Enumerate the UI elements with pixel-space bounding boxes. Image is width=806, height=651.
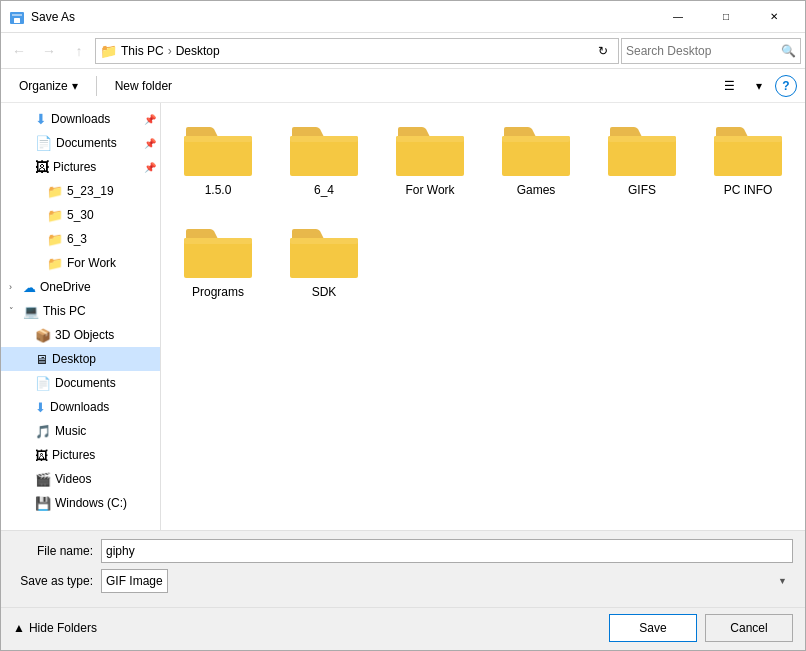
sidebar-item-5-23-19[interactable]: 📁 5_23_19	[1, 179, 160, 203]
folder-icon	[288, 221, 360, 281]
file-item-sdk[interactable]: SDK	[279, 217, 369, 303]
view-dropdown-button[interactable]: ▾	[745, 73, 773, 99]
main-content: ⬇ Downloads 📌 📄 Documents 📌 🖼 Pictures 📌…	[1, 103, 805, 530]
forward-button[interactable]: →	[35, 37, 63, 65]
organize-button[interactable]: Organize ▾	[9, 73, 88, 99]
filename-input[interactable]	[101, 539, 793, 563]
sidebar-item-desktop[interactable]: 🖥 Desktop	[1, 347, 160, 371]
savetype-select-wrapper: GIF Image	[101, 569, 793, 593]
save-as-dialog: Save As ― □ ✕ ← → ↑ 📁 This PC › Desktop …	[0, 0, 806, 651]
folder-icon	[712, 119, 784, 179]
title-bar-text: Save As	[31, 10, 655, 24]
sidebar-item-for-work[interactable]: 📁 For Work	[1, 251, 160, 275]
sidebar-item-3d-objects[interactable]: 📦 3D Objects	[1, 323, 160, 347]
music-icon: 🎵	[35, 424, 51, 439]
hide-folders-button[interactable]: ▲ Hide Folders	[13, 621, 97, 635]
svg-rect-14	[714, 136, 782, 142]
close-button[interactable]: ✕	[751, 1, 797, 33]
sidebar-item-downloads2[interactable]: ⬇ Downloads	[1, 395, 160, 419]
action-divider	[96, 76, 97, 96]
address-toolbar: ← → ↑ 📁 This PC › Desktop ↻ 🔍	[1, 33, 805, 69]
sidebar-item-onedrive[interactable]: › ☁ OneDrive	[1, 275, 160, 299]
address-sep: ›	[168, 44, 172, 58]
file-label: 6_4	[314, 183, 334, 197]
back-button[interactable]: ←	[5, 37, 33, 65]
dialog-icon	[9, 9, 25, 25]
svg-rect-16	[184, 238, 252, 244]
pictures-icon: 🖼	[35, 159, 49, 175]
address-part-thispc: This PC	[121, 44, 164, 58]
file-item-for_work[interactable]: For Work	[385, 115, 475, 201]
onedrive-icon: ☁	[23, 280, 36, 295]
svg-rect-12	[608, 136, 676, 142]
file-label: Programs	[192, 285, 244, 299]
minimize-button[interactable]: ―	[655, 1, 701, 33]
sidebar-item-this-pc[interactable]: ˅ 💻 This PC	[1, 299, 160, 323]
file-item-games[interactable]: Games	[491, 115, 581, 201]
sidebar-item-5-30[interactable]: 📁 5_30	[1, 203, 160, 227]
maximize-button[interactable]: □	[703, 1, 749, 33]
sidebar-item-pictures[interactable]: 🖼 Pictures 📌	[1, 155, 160, 179]
documents-icon: 📄	[35, 135, 52, 151]
folder-icon: 📁	[47, 232, 63, 247]
svg-rect-2	[12, 14, 22, 16]
3d-objects-icon: 📦	[35, 328, 51, 343]
savetype-label: Save as type:	[13, 574, 93, 588]
chevron-down-icon: ˅	[9, 306, 19, 316]
view-toggle-button[interactable]: ☰	[715, 73, 743, 99]
sidebar-item-pictures2[interactable]: 🖼 Pictures	[1, 443, 160, 467]
filename-row: File name:	[13, 539, 793, 563]
sidebar-item-windows-c[interactable]: 💾 Windows (C:)	[1, 491, 160, 515]
sidebar-item-documents2[interactable]: 📄 Documents	[1, 371, 160, 395]
refresh-button[interactable]: ↻	[592, 40, 614, 62]
folder-icon	[606, 119, 678, 179]
bottom-form: File name: Save as type: GIF Image	[1, 530, 805, 607]
sidebar-item-downloads[interactable]: ⬇ Downloads 📌	[1, 107, 160, 131]
file-area: 1.5.06_4For WorkGamesGIFSPC INFOPrograms…	[161, 103, 805, 530]
bottom-buttons: ▲ Hide Folders Save Cancel	[1, 607, 805, 650]
folder-icon: 📁	[47, 208, 63, 223]
svg-rect-4	[184, 136, 252, 142]
sidebar-item-videos[interactable]: 🎬 Videos	[1, 467, 160, 491]
title-bar: Save As ― □ ✕	[1, 1, 805, 33]
file-label: PC INFO	[724, 183, 773, 197]
pin-icon: 📌	[144, 138, 156, 149]
sidebar-item-music[interactable]: 🎵 Music	[1, 419, 160, 443]
help-button[interactable]: ?	[775, 75, 797, 97]
pin-icon: 📌	[144, 162, 156, 173]
svg-rect-6	[290, 136, 358, 142]
save-button[interactable]: Save	[609, 614, 697, 642]
search-box[interactable]: 🔍	[621, 38, 801, 64]
cancel-button[interactable]: Cancel	[705, 614, 793, 642]
file-item-programs[interactable]: Programs	[173, 217, 263, 303]
sidebar: ⬇ Downloads 📌 📄 Documents 📌 🖼 Pictures 📌…	[1, 103, 161, 530]
svg-rect-8	[396, 136, 464, 142]
downloads-icon: ⬇	[35, 111, 47, 127]
view-controls: ☰ ▾ ?	[715, 73, 797, 99]
this-pc-icon: 💻	[23, 304, 39, 319]
folder-icon	[182, 221, 254, 281]
svg-rect-1	[14, 18, 20, 23]
action-bar: Organize ▾ New folder ☰ ▾ ?	[1, 69, 805, 103]
file-item-pc_info[interactable]: PC INFO	[703, 115, 793, 201]
file-item-gifs[interactable]: GIFS	[597, 115, 687, 201]
sidebar-item-documents[interactable]: 📄 Documents 📌	[1, 131, 160, 155]
file-item-1.5.0[interactable]: 1.5.0	[173, 115, 263, 201]
file-item-6_4[interactable]: 6_4	[279, 115, 369, 201]
hide-folders-chevron-icon: ▲	[13, 621, 25, 635]
savetype-select[interactable]: GIF Image	[101, 569, 168, 593]
file-label: For Work	[405, 183, 454, 197]
folder-icon	[182, 119, 254, 179]
title-bar-controls: ― □ ✕	[655, 1, 797, 33]
folder-icon: 📁	[47, 256, 63, 271]
folder-icon	[288, 119, 360, 179]
file-label: 1.5.0	[205, 183, 232, 197]
filename-label: File name:	[13, 544, 93, 558]
up-button[interactable]: ↑	[65, 37, 93, 65]
sidebar-item-6-3[interactable]: 📁 6_3	[1, 227, 160, 251]
savetype-row: Save as type: GIF Image	[13, 569, 793, 593]
organize-chevron-icon: ▾	[72, 79, 78, 93]
search-input[interactable]	[626, 44, 777, 58]
new-folder-button[interactable]: New folder	[105, 73, 182, 99]
address-bar[interactable]: 📁 This PC › Desktop ↻	[95, 38, 619, 64]
